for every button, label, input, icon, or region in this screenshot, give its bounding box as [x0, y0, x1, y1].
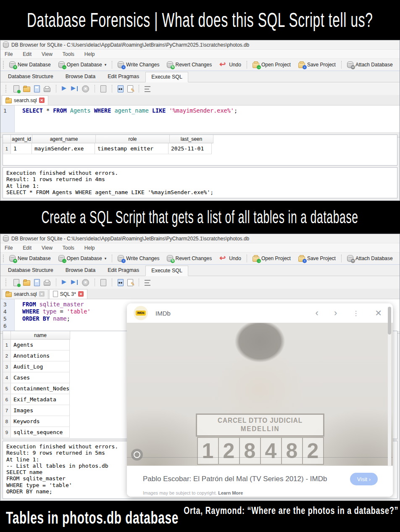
- execute-current-line-icon[interactable]: [71, 279, 78, 286]
- tab-database-structure[interactable]: Database Structure: [2, 71, 59, 82]
- menu-tools[interactable]: Tools: [63, 245, 74, 251]
- column-header-agent-id[interactable]: agent_id: [11, 135, 32, 143]
- open-database-button[interactable]: Open Database ▾: [55, 253, 111, 263]
- write-changes-button[interactable]: Write Changes: [114, 60, 163, 70]
- cell-name[interactable]: Cases: [11, 372, 70, 383]
- menu-help[interactable]: Help: [84, 51, 95, 57]
- cell-name[interactable]: sqlite_sequence: [11, 427, 70, 438]
- save-project-button[interactable]: Save Project: [295, 253, 339, 263]
- new-sql-tab-icon[interactable]: [13, 279, 19, 286]
- cell-role[interactable]: timestamp emitter: [95, 143, 168, 154]
- menu-file[interactable]: File: [5, 51, 13, 57]
- find-in-sql-icon[interactable]: [118, 85, 124, 92]
- close-icon[interactable]: ✕: [375, 308, 382, 318]
- table-row[interactable]: 1 1 mayimSender.exe timestamp emitter 20…: [3, 143, 212, 154]
- close-database-button[interactable]: Close Database: [397, 253, 400, 263]
- save-sql-file-icon[interactable]: [34, 85, 40, 92]
- find-in-sql-icon[interactable]: [118, 279, 124, 286]
- close-tab-icon[interactable]: ✕: [39, 97, 45, 103]
- cell-name[interactable]: Images: [11, 405, 70, 416]
- column-header-name[interactable]: name: [11, 331, 70, 340]
- edit-sql-icon[interactable]: [127, 279, 133, 286]
- open-sql-file-icon[interactable]: [23, 87, 30, 92]
- close-tab-icon[interactable]: ✕: [39, 291, 45, 297]
- tab-browse-data[interactable]: Browse Data: [60, 265, 102, 276]
- column-header-last-seen[interactable]: last_seen: [170, 135, 213, 143]
- table-row[interactable]: 7Images: [3, 405, 70, 416]
- print-icon[interactable]: [44, 281, 50, 286]
- undo-button[interactable]: Undo: [216, 253, 245, 263]
- code-pane[interactable]: SELECT * FROM Agents WHERE agent_name LI…: [15, 105, 400, 132]
- menu-tools[interactable]: Tools: [63, 51, 74, 57]
- execute-current-line-icon[interactable]: [71, 85, 78, 92]
- menu-view[interactable]: View: [42, 51, 53, 57]
- menu-edit[interactable]: Edit: [23, 245, 32, 251]
- attach-database-button[interactable]: Attach Database: [343, 60, 397, 70]
- cell-agent-name[interactable]: mayimSender.exe: [32, 143, 95, 154]
- close-tab-icon[interactable]: ✕: [78, 291, 84, 297]
- cell-name[interactable]: Agents: [11, 340, 70, 350]
- table-row[interactable]: 8Keywords: [3, 416, 70, 427]
- image-preview[interactable]: CARCEL DTTO JUDICIAL MEDELLIN 128482: [127, 323, 393, 466]
- learn-more-link[interactable]: Learn More: [218, 490, 243, 495]
- open-database-button[interactable]: Open Database ▾: [55, 60, 111, 70]
- more-options-icon[interactable]: ⋮: [353, 309, 359, 317]
- close-database-button[interactable]: Close Database: [397, 60, 400, 70]
- write-changes-button[interactable]: Write Changes: [114, 253, 163, 263]
- column-header-role[interactable]: role: [96, 135, 170, 143]
- code-line-1[interactable]: SELECT * FROM Agents WHERE agent_name LI…: [22, 107, 400, 114]
- tab-browse-data[interactable]: Browse Data: [60, 71, 102, 82]
- open-project-button[interactable]: Open Project: [249, 60, 295, 70]
- table-row[interactable]: 1Agents: [3, 340, 70, 350]
- revert-changes-button[interactable]: Revert Changes: [163, 60, 216, 70]
- revert-changes-button[interactable]: Revert Changes: [163, 253, 216, 263]
- menu-view[interactable]: View: [42, 245, 53, 251]
- word-wrap-icon[interactable]: [145, 280, 150, 286]
- tab-edit-pragmas[interactable]: Edit Pragmas: [102, 71, 145, 82]
- tab-execute-sql[interactable]: Execute SQL: [145, 266, 188, 276]
- cell-name[interactable]: Audit_Log: [11, 361, 70, 372]
- title-bar[interactable]: DB Browser for SQLite - C:\Users\delac\A…: [0, 234, 400, 243]
- stop-icon[interactable]: [82, 85, 89, 92]
- editor-tab-search-sql[interactable]: search.sql ✕: [2, 95, 48, 105]
- table-row[interactable]: 2Annotations: [3, 350, 70, 361]
- cell-agent-id[interactable]: 1: [11, 143, 32, 154]
- export-results-icon[interactable]: [100, 85, 106, 92]
- menu-help[interactable]: Help: [84, 245, 95, 251]
- save-project-button[interactable]: Save Project: [295, 60, 339, 70]
- column-header-agent-name[interactable]: agent_name: [32, 135, 96, 143]
- execute-all-icon[interactable]: [62, 85, 67, 92]
- menu-edit[interactable]: Edit: [23, 51, 32, 57]
- cell-name[interactable]: Exif_Metadata: [11, 394, 70, 405]
- open-sql-file-icon[interactable]: [23, 280, 30, 286]
- attach-database-button[interactable]: Attach Database: [343, 253, 397, 263]
- toolbar-grip[interactable]: [3, 255, 4, 262]
- table-row[interactable]: 6Exif_Metadata: [3, 394, 70, 405]
- toolbar-grip[interactable]: [5, 279, 8, 286]
- table-row[interactable]: 4Cases: [3, 372, 70, 383]
- editor-tab-sql-3[interactable]: SQL 3* ✕: [49, 289, 87, 299]
- stop-icon[interactable]: [82, 279, 89, 286]
- new-database-button[interactable]: New Database: [5, 60, 55, 70]
- new-database-button[interactable]: New Database: [5, 253, 55, 263]
- new-sql-tab-icon[interactable]: [13, 85, 19, 92]
- execute-all-icon[interactable]: [62, 279, 67, 286]
- image-title-link[interactable]: Pablo Escobar: El Patrón del Mal (TV Ser…: [143, 475, 327, 483]
- cell-name[interactable]: Containment_Nodes: [11, 383, 70, 394]
- toolbar-grip[interactable]: [5, 85, 8, 92]
- cell-name[interactable]: Annotations: [11, 350, 70, 361]
- print-icon[interactable]: [44, 87, 50, 92]
- word-wrap-icon[interactable]: [145, 86, 150, 92]
- google-lens-icon[interactable]: [131, 449, 143, 461]
- scrollbar-thumb[interactable]: [388, 307, 391, 334]
- tab-database-structure[interactable]: Database Structure: [2, 265, 59, 276]
- sql-editor[interactable]: 1 SELECT * FROM Agents WHERE agent_name …: [0, 105, 400, 133]
- tab-edit-pragmas[interactable]: Edit Pragmas: [102, 265, 145, 276]
- undo-button[interactable]: Undo: [216, 60, 245, 70]
- edit-sql-icon[interactable]: [127, 85, 133, 92]
- table-row[interactable]: 9sqlite_sequence: [3, 427, 70, 438]
- editor-tab-search-sql[interactable]: search.sql ✕: [2, 289, 48, 299]
- menu-file[interactable]: File: [5, 245, 13, 251]
- visit-button[interactable]: Visit ›: [350, 473, 378, 485]
- title-bar[interactable]: DB Browser for SQLite - C:\Users\delac\A…: [0, 40, 400, 50]
